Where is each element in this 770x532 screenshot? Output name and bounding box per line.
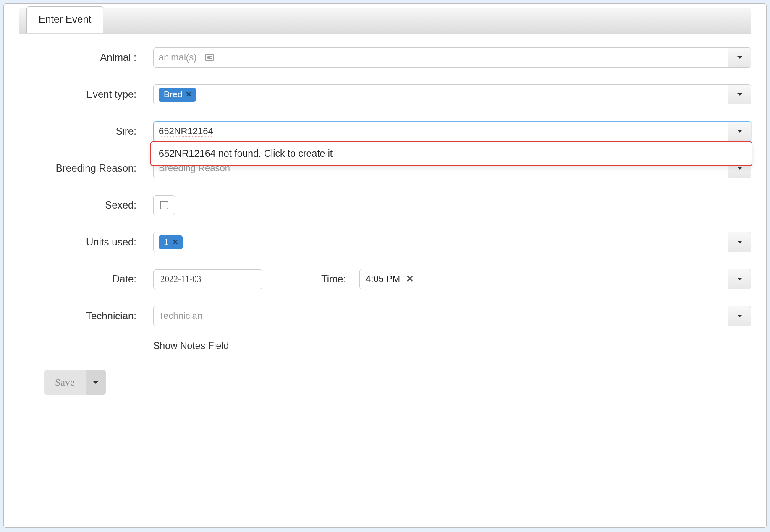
chevron-down-icon: [737, 56, 742, 59]
form-area: Animal : animal(s) Event type: Bre: [4, 34, 766, 412]
units-used-select[interactable]: 1 ✕: [153, 232, 751, 252]
time-caret[interactable]: [728, 269, 751, 289]
units-used-label: Units used:: [19, 236, 153, 248]
animal-label: Animal :: [19, 52, 153, 63]
event-panel: Enter Event Animal : animal(s) Event typ…: [3, 3, 767, 528]
technician-select[interactable]: Technician: [153, 306, 751, 326]
tab-enter-event[interactable]: Enter Event: [26, 6, 103, 33]
time-select[interactable]: 4:05 PM ✕: [359, 269, 751, 289]
units-used-tag-remove[interactable]: ✕: [172, 237, 178, 247]
chevron-down-icon: [737, 241, 742, 243]
chevron-down-icon: [737, 130, 742, 133]
event-type-tag-remove[interactable]: ✕: [186, 90, 192, 99]
sexed-checkbox[interactable]: [153, 195, 175, 215]
time-clear[interactable]: ✕: [406, 274, 414, 284]
event-type-label: Event type:: [19, 89, 153, 100]
save-button[interactable]: Save: [44, 370, 86, 395]
sire-select[interactable]: [153, 121, 751, 141]
date-label: Date:: [19, 273, 153, 285]
chevron-down-icon: [737, 93, 742, 96]
chevron-down-icon: [93, 381, 98, 384]
id-card-icon: [205, 54, 214, 61]
technician-placeholder: Technician: [159, 310, 202, 321]
chevron-down-icon: [737, 278, 742, 280]
checkbox-icon: [160, 201, 168, 209]
event-type-select[interactable]: Bred ✕: [153, 84, 751, 104]
sire-label: Sire:: [19, 125, 153, 137]
save-dropdown-toggle[interactable]: [86, 370, 106, 395]
technician-caret[interactable]: [728, 306, 751, 326]
show-notes-link[interactable]: Show Notes Field: [153, 340, 751, 352]
chevron-down-icon: [737, 315, 742, 317]
save-button-group: Save: [44, 370, 106, 395]
sire-input[interactable]: [159, 126, 723, 137]
chevron-down-icon: [737, 167, 742, 170]
units-used-caret[interactable]: [728, 232, 751, 252]
date-input[interactable]: [153, 269, 262, 289]
event-type-caret[interactable]: [728, 85, 751, 104]
units-used-tag: 1 ✕: [159, 235, 183, 249]
event-type-tag-text: Bred: [164, 89, 182, 99]
animal-placeholder: animal(s): [159, 52, 196, 63]
time-value: 4:05 PM: [366, 274, 400, 284]
units-used-tag-text: 1: [164, 237, 169, 247]
tab-strip: Enter Event: [19, 8, 751, 34]
breeding-reason-label: Breeding Reason:: [19, 162, 153, 174]
sire-caret[interactable]: [728, 122, 751, 141]
animal-select[interactable]: animal(s): [153, 47, 751, 68]
event-type-tag: Bred ✕: [159, 88, 196, 102]
technician-label: Technician:: [19, 310, 153, 322]
sire-not-found-popup[interactable]: 652NR12164 not found. Click to create it: [150, 141, 752, 166]
animal-caret[interactable]: [728, 48, 751, 67]
sexed-label: Sexed:: [19, 199, 153, 211]
time-label: Time:: [321, 273, 346, 285]
